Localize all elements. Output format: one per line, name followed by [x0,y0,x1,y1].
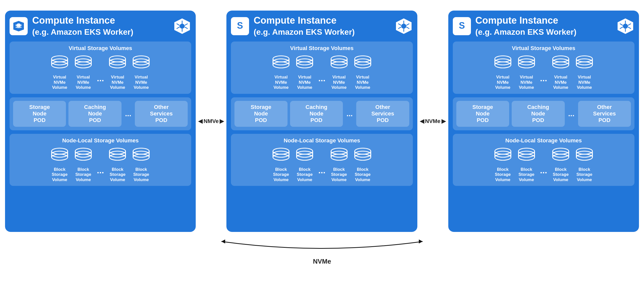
block-volume-label-1-2: BlockStorageVolume [75,167,91,182]
virtual-volume-label-2-3: VirtualNVMeVolume [332,75,347,90]
ellipsis-1: ... [97,73,104,90]
block-volume-label-1-3: BlockStorageVolume [110,167,126,182]
block-volume-3-3: BlockStorageVolume [551,147,571,182]
block-disk-icon-1-2 [73,147,93,165]
instance-header-3: S Compute Instance(e.g. Amazon EKS Worke… [453,15,634,37]
caching-node-pod-2: CachingNodePOD [290,101,343,127]
virtual-storage-title-3: Virtual Storage Volumes [456,45,631,52]
virtual-volumes-row-2: VirtualNVMeVolume VirtualNVMeVolume ... … [234,55,409,90]
svg-marker-150 [221,239,225,243]
local-storage-title-1: Node-Local Storage Volumes [13,137,188,144]
pods-row-1: StorageNodePOD CachingNodePOD ... OtherS… [13,101,188,127]
block-volume-3-1: BlockStorageVolume [493,147,513,182]
block-volume-label-3-2: BlockStorageVolume [518,167,534,182]
arrow-left-icon-2: ◀ [420,118,424,125]
local-volumes-row-3: BlockStorageVolume BlockStorageVolume ..… [456,147,631,182]
virtual-volume-2-4: VirtualNVMeVolume [353,55,373,90]
nvme-arrow-left: ◀ NMVe ▶ [198,118,224,125]
virtual-storage-title-1: Virtual Storage Volumes [13,45,188,52]
virtual-volume-3-4: VirtualNVMeVolume [574,55,594,90]
instance-title-2: Compute Instance(e.g. Amazon EKS Worker) [254,15,390,37]
block-volume-label-3-1: BlockStorageVolume [495,167,511,182]
storage-node-pod-1: StorageNodePOD [13,101,66,127]
nvme-connector-right: ◀ NVMe ▶ [417,118,448,125]
svg-point-53 [401,24,406,29]
block-volume-1-2: BlockStorageVolume [73,147,93,182]
local-storage-section-3: Node-Local Storage Volumes BlockStorageV… [453,134,634,186]
virtual-volume-1-4: VirtualNVMeVolume [131,55,151,90]
block-volume-1-4: BlockStorageVolume [131,147,151,182]
svg-marker-151 [419,239,423,243]
instance-title-1: Compute Instance(e.g. Amazon EKS Worker) [32,15,169,37]
svg-text:S: S [459,20,465,31]
bottom-nvme-arrow-svg [209,236,435,257]
nvme-right-label: NVMe [425,118,440,125]
other-services-pod-3: OtherServicesPOD [578,101,631,127]
virtual-storage-section-1: Virtual Storage Volumes VirtualNVMeVolum… [10,42,191,94]
virtual-volume-label-1-3: VirtualNVMeVolume [110,75,125,90]
disk-icon-1-3 [107,55,128,73]
svg-text:S: S [17,22,21,28]
pods-row-3: StorageNodePOD CachingNodePOD ... OtherS… [456,101,631,127]
pods-section-1: StorageNodePOD CachingNodePOD ... OtherS… [10,97,191,130]
pods-row-2: StorageNodePOD CachingNodePOD ... OtherS… [234,101,409,127]
storage-node-pod-2: StorageNodePOD [234,101,287,127]
virtual-volume-label-1-4: VirtualNVMeVolume [134,75,149,90]
virtual-volumes-row-3: VirtualNVMeVolume VirtualNVMeVolume ... … [456,55,631,90]
virtual-storage-section-2: Virtual Storage Volumes VirtualNVMeVolum… [231,42,413,94]
virtual-volume-label-2-4: VirtualNVMeVolume [355,75,370,90]
other-services-pod-1: OtherServicesPOD [135,101,188,127]
pods-ellipsis-2: ... [345,101,354,127]
disk-icon-1-2 [73,55,93,73]
pods-section-3: StorageNodePOD CachingNodePOD ... OtherS… [453,97,634,130]
block-volume-2-1: BlockStorageVolume [271,147,291,182]
virtual-volume-label-3-4: VirtualNVMeVolume [577,75,592,90]
virtual-volume-3-3: VirtualNVMeVolume [551,55,571,90]
nvme-arrow-right: ◀ NVMe ▶ [420,118,446,125]
block-volume-2-4: BlockStorageVolume [353,147,373,182]
local-storage-section-2: Node-Local Storage Volumes BlockStorageV… [231,134,413,186]
block-volume-3-4: BlockStorageVolume [574,147,594,182]
block-disk-icon-1-3 [107,147,128,165]
virtual-volume-3-1: VirtualNVMeVolume [493,55,513,90]
block-volume-label-2-2: BlockStorageVolume [297,167,313,182]
virtual-storage-title-2: Virtual Storage Volumes [234,45,409,52]
block-volume-label-2-4: BlockStorageVolume [355,167,371,182]
block-volume-3-2: BlockStorageVolume [516,147,537,182]
virtual-volume-label-2-1: VirtualNVMeVolume [273,75,289,90]
virtual-volume-3-2: VirtualNVMeVolume [516,55,537,90]
virtual-volume-label-3-2: VirtualNVMeVolume [519,75,534,90]
virtual-volume-label-1-1: VirtualNVMeVolume [52,75,67,90]
local-storage-title-3: Node-Local Storage Volumes [456,137,631,144]
storage-node-pod-3: StorageNodePOD [456,101,509,127]
virtual-volume-label-2-2: VirtualNVMeVolume [297,75,312,90]
local-volumes-row-2: BlockStorageVolume BlockStorageVolume ..… [234,147,409,182]
block-volume-2-3: BlockStorageVolume [329,147,349,182]
compute-instance-2: S Compute Instance(e.g. Amazon EKS Worke… [226,11,417,232]
block-volume-label-1-1: BlockStorageVolume [52,167,67,182]
local-storage-title-2: Node-Local Storage Volumes [234,137,409,144]
caching-node-pod-3: CachingNodePOD [512,101,565,127]
block-volume-label-2-1: BlockStorageVolume [273,167,289,182]
k8s-icon-3 [616,17,634,35]
virtual-volume-1-1: VirtualNVMeVolume [50,55,70,90]
storageos-logo-2: S [231,17,249,35]
block-volume-1-1: BlockStorageVolume [50,147,70,182]
virtual-volume-2-2: VirtualNVMeVolume [295,55,315,90]
block-volume-label-3-4: BlockStorageVolume [576,167,592,182]
disk-icon-1-4 [131,55,151,73]
virtual-volume-label-3-1: VirtualNVMeVolume [495,75,510,90]
virtual-volume-label-1-2: VirtualNVMeVolume [76,75,91,90]
block-volume-label-2-3: BlockStorageVolume [331,167,347,182]
block-volume-label-3-3: BlockStorageVolume [553,167,569,182]
nvme-connector-left: ◀ NMVe ▶ [196,118,226,125]
pods-section-2: StorageNodePOD CachingNodePOD ... OtherS… [231,97,413,130]
pods-ellipsis-3: ... [567,101,576,127]
block-volume-2-2: BlockStorageVolume [295,147,315,182]
virtual-volume-label-3-3: VirtualNVMeVolume [553,75,568,90]
disk-icon-1-1 [50,55,70,73]
virtual-volumes-row-1: VirtualNVMeVolume VirtualNVMeVolume ... … [13,55,188,90]
caching-node-pod-1: CachingNodePOD [68,101,121,127]
bottom-nvme-label: NVMe [313,258,331,265]
svg-point-103 [623,24,628,29]
